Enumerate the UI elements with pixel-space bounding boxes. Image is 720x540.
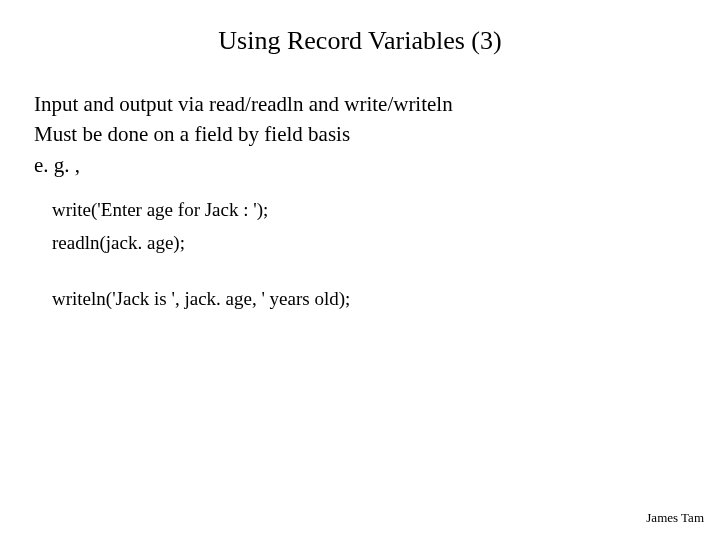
code-line: write('Enter age for Jack : '); [52,195,674,224]
slide: Using Record Variables (3) Input and out… [0,0,720,540]
body-line: e. g. , [34,151,674,179]
slide-title: Using Record Variables (3) [0,26,720,56]
code-block: write('Enter age for Jack : '); readln(j… [34,195,674,313]
code-line: writeln('Jack is ', jack. age, ' years o… [52,284,674,313]
code-line: readln(jack. age); [52,228,674,257]
body-line: Must be done on a field by field basis [34,120,674,148]
footer-author: James Tam [646,510,704,526]
slide-body: Input and output via read/readln and wri… [34,90,674,317]
body-line: Input and output via read/readln and wri… [34,90,674,118]
